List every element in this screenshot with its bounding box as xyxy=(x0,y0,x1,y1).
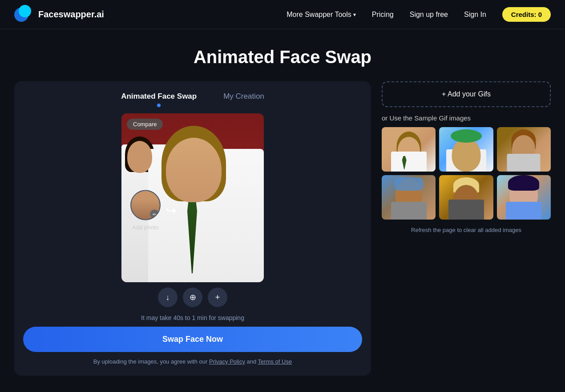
tab-bar: Animated Face Swap My Creation xyxy=(14,81,371,104)
sample-thumb-1[interactable] xyxy=(382,127,436,172)
sample-label: or Use the Sample Gif images xyxy=(382,114,551,122)
logo[interactable]: Faceswapper.ai xyxy=(14,5,104,24)
chevron-down-icon: ▾ xyxy=(353,12,356,18)
nav-signup[interactable]: Sign up free xyxy=(410,11,448,19)
logo-text: Faceswapper.ai xyxy=(38,9,104,20)
page-title: Animated Face Swap xyxy=(14,47,551,67)
right-panel: + Add your Gifs or Use the Sample Gif im… xyxy=(382,81,551,233)
sample-thumb-3[interactable] xyxy=(497,127,551,172)
timing-note: It may take 40s to 1 min for swapping xyxy=(14,314,371,321)
preview-container: ✏ Add photo ↪ xyxy=(121,113,264,307)
logo-icon xyxy=(14,5,34,24)
tab-animated-face-swap[interactable]: Animated Face Swap xyxy=(121,92,197,104)
sample-thumb-4[interactable] xyxy=(382,175,436,220)
pencil-icon[interactable]: ✏ xyxy=(150,210,159,219)
swap-face-button[interactable]: Swap Face Now xyxy=(23,327,362,352)
add-photo-button[interactable]: ✏ xyxy=(130,190,161,220)
privacy-policy-link[interactable]: Privacy Policy xyxy=(209,358,245,365)
gif-controls: ↓ ⊕ + xyxy=(121,288,264,307)
add-button[interactable]: + xyxy=(208,288,227,307)
main-content: Animated Face Swap Animated Face Swap My… xyxy=(0,29,565,384)
legal-note: By uploading the images, you agree with … xyxy=(14,358,371,365)
add-gif-button[interactable]: + Add your Gifs xyxy=(382,81,551,107)
credits-button[interactable]: Credits: 0 xyxy=(502,7,551,22)
left-panel: Animated Face Swap My Creation ✏ Add pho… xyxy=(14,81,371,376)
zoom-button[interactable]: ⊕ xyxy=(183,288,202,307)
add-photo-label: Add photo xyxy=(132,224,158,231)
compare-button[interactable]: Compare xyxy=(127,119,163,130)
nav-signin[interactable]: Sign In xyxy=(464,11,486,19)
add-photo-area: ✏ Add photo xyxy=(130,190,161,231)
sample-thumb-5[interactable] xyxy=(439,175,493,220)
main-nav: More Swapper Tools ▾ Pricing Sign up fre… xyxy=(287,7,551,22)
sample-gif-grid xyxy=(382,127,551,220)
nav-pricing[interactable]: Pricing xyxy=(372,11,394,19)
header: Faceswapper.ai More Swapper Tools ▾ Pric… xyxy=(0,0,565,29)
tab-my-creation[interactable]: My Creation xyxy=(223,92,264,104)
download-button[interactable]: ↓ xyxy=(158,288,178,307)
arrow-indicator: ↪ xyxy=(166,203,176,218)
refresh-note: Refresh the page to clear all added imag… xyxy=(382,227,551,233)
nav-tools[interactable]: More Swapper Tools ▾ xyxy=(287,11,356,19)
terms-of-use-link[interactable]: Terms of Use xyxy=(258,358,292,365)
content-layout: Animated Face Swap My Creation ✏ Add pho… xyxy=(14,81,551,376)
sample-thumb-2[interactable] xyxy=(439,127,493,172)
sample-thumb-6[interactable] xyxy=(497,175,551,220)
